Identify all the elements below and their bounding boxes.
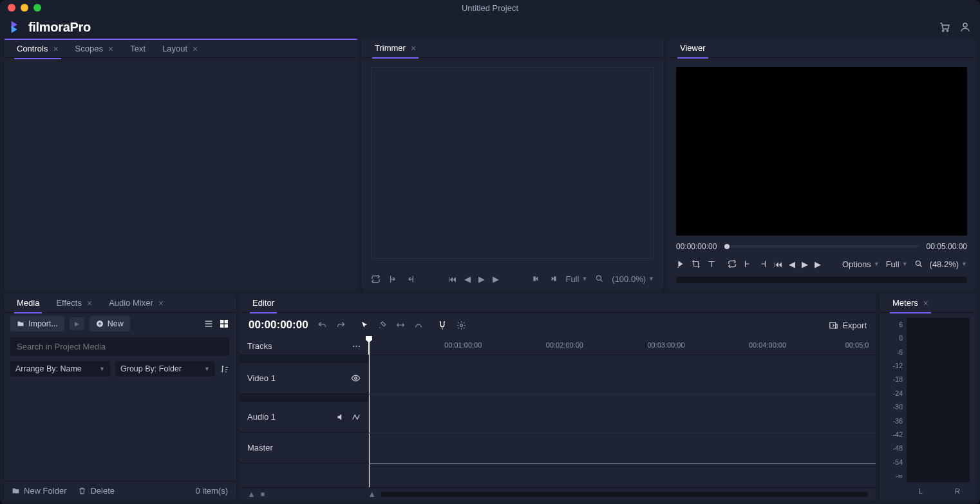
settings-icon[interactable] [457,321,466,330]
close-icon[interactable]: × [53,44,58,54]
tab-audio-mixer[interactable]: Audio Mixer× [101,294,171,313]
mark-in-icon[interactable] [388,274,398,284]
search-icon[interactable] [914,259,923,268]
tab-layout[interactable]: Layout× [155,39,205,59]
controls-panel: Controls× Scopes× Text Layout× [4,39,358,290]
track-master[interactable]: Master [240,433,368,463]
viewer-hscroll[interactable] [676,277,967,283]
step-back-icon[interactable]: ◀ [464,274,471,284]
mark-out-icon[interactable] [406,274,415,284]
tracks-menu-icon[interactable]: ⋯ [352,341,361,351]
play-icon[interactable]: ▶ [478,274,485,284]
media-list[interactable] [4,379,236,481]
grid-view-icon[interactable] [219,319,229,329]
tab-trimmer[interactable]: Trimmer× [367,39,424,58]
razor-tool-icon[interactable] [378,321,387,330]
delete-button[interactable]: Delete [78,486,115,496]
close-icon[interactable]: × [923,298,928,308]
trimmer-zoom-select[interactable]: (100.0%)▼ [612,274,654,284]
app-logo-icon [9,20,23,34]
tab-viewer[interactable]: Viewer [672,39,713,58]
goto-start-icon[interactable]: ⏮ [774,259,782,269]
brand-bar: filmoraPro [0,15,980,39]
redo-icon[interactable] [336,321,346,330]
undo-icon[interactable] [317,321,327,330]
speaker-icon[interactable] [336,413,345,422]
editor-timecode[interactable]: 00:00:00:00 [249,319,308,331]
waveform-icon[interactable] [352,413,361,422]
new-folder-button[interactable]: New Folder [12,486,66,496]
list-view-icon[interactable] [203,319,214,329]
close-icon[interactable]: × [108,44,113,54]
track-audio-1[interactable]: Audio 1 [240,402,368,433]
timeline-hscroll[interactable] [381,492,868,497]
timeline-area[interactable] [368,355,876,487]
svg-rect-9 [225,324,228,328]
viewer-quality-select[interactable]: Full▼ [886,259,908,269]
close-icon[interactable]: × [87,298,92,308]
search-icon[interactable] [595,274,604,283]
window-zoom-button[interactable] [33,4,41,12]
step-fwd-icon[interactable]: ▶ [493,274,499,284]
tab-editor[interactable]: Editor [245,294,282,313]
import-more-button[interactable]: ▶ [70,317,84,330]
window-minimize-button[interactable] [21,4,28,12]
sort-icon[interactable] [220,364,229,373]
tab-effects[interactable]: Effects× [48,294,100,313]
export-icon [829,321,838,330]
export-button[interactable]: Export [829,321,867,330]
new-button[interactable]: New [90,316,130,331]
mark-out-icon[interactable] [759,259,768,268]
tab-scopes[interactable]: Scopes× [68,39,122,59]
select-tool-icon[interactable] [360,321,369,330]
loop-icon[interactable] [371,274,381,284]
step-fwd-icon[interactable]: ▶ [815,259,821,269]
tab-controls[interactable]: Controls× [9,39,66,59]
close-icon[interactable]: × [193,44,198,54]
timeline-ruler[interactable]: 00:01:00:00 00:02:00:00 00:03:00:00 00:0… [368,337,876,355]
tab-media[interactable]: Media [9,294,47,313]
track-video-1[interactable]: Video 1 [240,363,368,394]
app-name: filmoraPro [28,20,91,35]
playhead-line[interactable] [369,337,370,487]
viewer-timeline-scrubber[interactable] [724,245,918,248]
viewer-options-select[interactable]: Options▼ [842,259,880,269]
rate-tool-icon[interactable] [414,321,423,330]
mark-in-icon[interactable] [743,259,752,268]
step-back-icon[interactable]: ◀ [789,259,795,269]
user-icon[interactable] [959,21,971,33]
trimmer-quality-select[interactable]: Full▼ [565,274,587,284]
folder-icon [17,320,24,328]
zoom-in-icon[interactable]: ▲ [368,489,376,499]
close-icon[interactable]: × [411,43,416,53]
goto-start-icon[interactable]: ⏮ [448,274,457,284]
loop-icon[interactable] [728,259,737,268]
overwrite-icon[interactable] [549,274,558,283]
viewer-time-end: 00:05:00:00 [927,242,967,251]
cart-icon[interactable] [939,21,950,33]
svg-point-10 [460,324,462,326]
viewer-zoom-select[interactable]: (48.2%)▼ [930,259,967,269]
viewer-viewport[interactable] [676,67,967,236]
slip-tool-icon[interactable] [396,321,405,330]
trimmer-viewport [371,67,654,259]
insert-icon[interactable] [532,274,541,283]
play-icon[interactable]: ▶ [802,259,808,269]
close-icon[interactable]: × [158,298,164,308]
window-close-button[interactable] [8,4,15,12]
svg-point-1 [947,30,948,32]
import-button[interactable]: Import... [10,316,64,331]
arrange-by-select[interactable]: Arrange By: Name▼ [10,361,110,377]
svg-rect-6 [220,320,223,323]
tab-text[interactable]: Text [122,39,153,59]
media-search-input[interactable] [10,337,229,356]
snap-icon[interactable] [437,320,448,330]
zoom-out-icon[interactable]: ▲ [247,489,256,499]
crop-icon[interactable] [692,259,701,268]
group-by-select[interactable]: Group By: Folder▼ [115,361,215,377]
play-range-icon[interactable] [676,259,685,268]
eye-icon[interactable] [351,373,361,383]
text-tool-icon[interactable] [707,259,716,268]
trash-icon [78,487,86,495]
tab-meters[interactable]: Meters× [885,294,936,313]
